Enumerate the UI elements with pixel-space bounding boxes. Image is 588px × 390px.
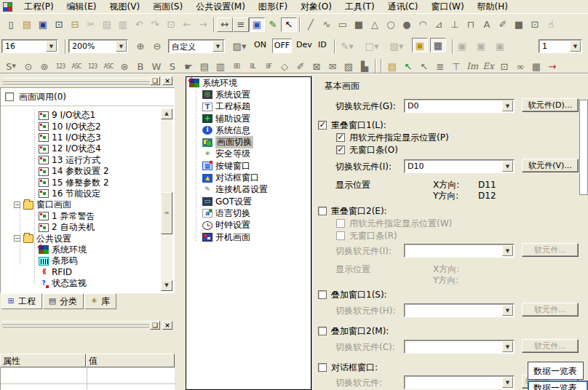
chevron-down-icon[interactable]: ▼: [502, 377, 513, 388]
chevron-down-icon[interactable]: ▼: [502, 245, 513, 256]
line-color-dropdown-icon[interactable]: □▾: [361, 39, 383, 53]
graph-cancel-icon[interactable]: ⊠: [309, 59, 325, 73]
ascii-input-icon[interactable]: ASC: [100, 59, 116, 73]
superimpose1-device-button[interactable]: 软元件...: [522, 303, 579, 317]
overlap2-nobar-checkbox[interactable]: [336, 231, 345, 240]
trigger-list-icon[interactable]: ⊤: [448, 59, 464, 73]
numerical-input-icon[interactable]: 123: [84, 59, 100, 73]
draw-arc-icon[interactable]: ◠: [415, 17, 431, 32]
zoom-out-icon[interactable]: ⊖: [149, 39, 165, 53]
clock-display-icon[interactable]: ⊛: [116, 59, 132, 73]
zoom-combo[interactable]: 200%▼: [68, 39, 128, 53]
tree-item[interactable]: −公共设置: [2, 233, 161, 244]
tree-item[interactable]: 10 I/O状态2: [2, 121, 161, 132]
tree-scrollbar[interactable]: ▲ ▼ ≡: [161, 108, 172, 291]
lamp-icon[interactable]: ⊙: [20, 59, 36, 73]
data-list-icon[interactable]: ▤: [196, 59, 212, 73]
overlap2-switch-device-combo[interactable]: ▼: [404, 244, 514, 258]
menu-item-6[interactable]: 图形(F): [252, 0, 294, 15]
overlap-window2-checkbox[interactable]: [318, 207, 327, 215]
new-window-icon[interactable]: ⊡: [51, 17, 67, 32]
property-panel-header[interactable]: ❏ ×: [0, 318, 175, 329]
overlap2-position-checkbox[interactable]: [336, 219, 345, 228]
comment-word-icon[interactable]: W: [148, 59, 164, 73]
object-id-toggle-icon[interactable]: ▦: [430, 38, 446, 52]
tree-item[interactable]: 13 运行方式: [2, 155, 161, 166]
tree-item[interactable]: 状态监视: [2, 278, 161, 289]
draw-filled-rect-icon[interactable]: ■: [351, 17, 367, 32]
close-icon[interactable]: ×: [162, 76, 172, 85]
figure-pen-icon[interactable]: ✎: [265, 17, 281, 32]
layer-icon[interactable]: ▣: [492, 39, 508, 53]
draw-rect-icon[interactable]: ▭: [335, 17, 351, 32]
new-file-icon[interactable]: ▯: [3, 17, 19, 32]
close-icon[interactable]: ×: [162, 321, 172, 330]
superimpose-window2-checkbox[interactable]: [318, 327, 327, 335]
undo-icon[interactable]: ↶: [131, 17, 147, 32]
superimpose1-switch-device-combo[interactable]: ▼: [404, 303, 514, 317]
system-tree-item[interactable]: 按键窗口: [186, 160, 311, 172]
scrollbar-thumb[interactable]: ≡: [161, 192, 172, 234]
screen-image-icon[interactable]: ▣: [249, 17, 265, 32]
cut-icon[interactable]: ✂: [83, 17, 99, 32]
tree-item[interactable]: 11 I/O状态3: [2, 132, 161, 143]
drag-grip[interactable]: [2, 321, 150, 325]
screen-call-checkbox[interactable]: [5, 92, 14, 101]
scroll-up-icon[interactable]: ▲: [161, 108, 172, 119]
tree-item[interactable]: 12 I/O状态4: [2, 143, 161, 154]
prev-screen-icon[interactable]: ←: [179, 17, 195, 32]
chevron-down-icon[interactable]: ▼: [502, 100, 513, 111]
menu-item-2[interactable]: 编辑(E): [60, 0, 103, 15]
send-mail-icon[interactable]: ✉: [325, 59, 341, 73]
system-tree-item[interactable]: GOT设置: [186, 196, 311, 207]
parts-display-icon[interactable]: 8B: [229, 59, 245, 73]
tree-item[interactable]: 15 修整参数 2: [2, 177, 161, 188]
drag-grip[interactable]: [2, 78, 150, 82]
dialog-switch-device-combo[interactable]: ▼: [404, 375, 514, 389]
overlap1-nobar-checkbox[interactable]: [336, 146, 345, 154]
open-project-icon[interactable]: ▤: [19, 17, 35, 32]
next-screen-icon[interactable]: →: [195, 17, 211, 32]
tree-item[interactable]: 9 I/O状态1: [2, 110, 161, 121]
draw-piping-icon[interactable]: ⊓: [463, 17, 479, 32]
tree-item[interactable]: RFID: [2, 266, 161, 277]
layer-combo[interactable]: 1▼: [539, 39, 582, 53]
menu-item-7[interactable]: 对象(O): [294, 0, 338, 15]
workspace-tab-库[interactable]: ✳库: [84, 293, 116, 309]
library-parts-icon[interactable]: ▙: [357, 59, 373, 73]
comment-bit-icon[interactable]: B: [132, 59, 148, 73]
device-on-button[interactable]: ON: [252, 39, 269, 51]
menu-item-8[interactable]: 工具(T): [338, 0, 381, 15]
chevron-down-icon[interactable]: ▼: [46, 41, 57, 52]
tree-item[interactable]: 14 参数设置 2: [2, 166, 161, 177]
panel-meter-icon[interactable]: ◇: [277, 59, 293, 73]
overlap2-device-button[interactable]: 软元件...: [522, 243, 579, 257]
data-list-dock-tab[interactable]: 数据一览表: [528, 381, 588, 390]
workspace-tab-分类[interactable]: ▤分类: [43, 293, 84, 309]
device-view-button[interactable]: Dev: [294, 39, 314, 51]
system-tree-item[interactable]: 系统环境: [186, 77, 311, 89]
fit-window-icon[interactable]: ↔: [217, 17, 233, 32]
device-select-icon[interactable]: ↖: [400, 59, 416, 73]
system-tree-item[interactable]: 对话框窗口: [186, 172, 311, 183]
alarm-list-icon[interactable]: ▥: [212, 59, 229, 73]
next-tool-icon[interactable]: →: [544, 59, 560, 73]
export-icon[interactable]: Ex: [480, 59, 496, 73]
draw-filled-circle-icon[interactable]: ●: [399, 17, 415, 32]
numerical-display-icon[interactable]: 123: [52, 59, 68, 73]
chevron-down-icon[interactable]: ▼: [502, 341, 513, 352]
draw-polygon-icon[interactable]: △: [367, 17, 383, 32]
maximize-icon[interactable]: ❏: [150, 76, 160, 85]
send-back-icon[interactable]: ▣: [473, 39, 489, 53]
superimpose2-device-button[interactable]: 软元件...: [522, 339, 579, 353]
system-tree-item[interactable]: 系统信息: [186, 124, 311, 136]
ascii-display-icon[interactable]: ASC: [68, 59, 84, 73]
lamp-on-icon[interactable]: ⊚: [36, 59, 52, 73]
touch-key-icon[interactable]: ☛: [180, 59, 196, 73]
value-column-header[interactable]: 值: [86, 354, 175, 367]
tree-item[interactable]: 2 自动关机: [2, 222, 161, 233]
workspace-tab-工程[interactable]: ⊞工程: [1, 293, 42, 309]
device-cursor-icon[interactable]: ↖: [416, 59, 432, 73]
menu-item-1[interactable]: 工程(P): [17, 0, 60, 15]
draw-polyline-icon[interactable]: ∿: [319, 17, 335, 32]
